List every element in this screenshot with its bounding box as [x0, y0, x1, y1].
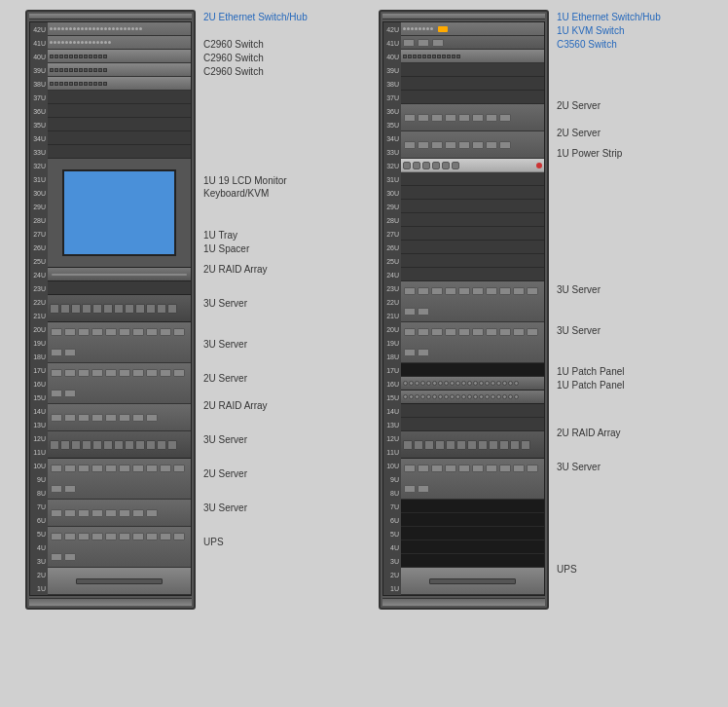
right-17u-empty	[401, 363, 544, 377]
right-rack-inner: 42U 41U	[382, 21, 545, 596]
rack-frame-bottom-right	[382, 598, 545, 606]
left-u41: 41U	[30, 36, 191, 50]
right-server-5-block: 10U 9U 8U	[383, 459, 544, 500]
right-label-3-7-space	[557, 487, 703, 555]
ports2	[50, 41, 111, 44]
right-u32: 32U	[383, 159, 544, 172]
server-left-3	[48, 404, 191, 431]
right-label-13-14-space	[557, 391, 703, 419]
left-label-17u: 3U Server	[203, 323, 349, 364]
label-text: 1U Spacer	[203, 242, 249, 255]
right-server-4-block: 20U 19U 18U	[383, 322, 544, 363]
label-text: 3U Server	[203, 502, 247, 514]
left-u42: 42U	[30, 22, 191, 36]
label-text: 3U Server	[557, 324, 601, 337]
right-label-37-39-space	[557, 51, 703, 92]
left-server-4-block: 10U 9U 8U	[30, 459, 191, 500]
right-u5: 5U	[383, 527, 544, 540]
right-u25: 25U	[383, 254, 544, 268]
left-server-1-block: 20U 19U 18U	[30, 322, 191, 363]
left-u40: 40U	[30, 50, 191, 63]
rack-frame-top-right	[382, 14, 545, 19]
left-u37: 37U	[30, 91, 191, 104]
right-u14: 14U	[383, 404, 544, 418]
ups-left	[48, 568, 191, 595]
label-text: C2960 Switch	[203, 52, 264, 64]
left-raid-1-block: 22U 21U	[30, 295, 191, 322]
left-rack-section: 42U 41U	[25, 10, 349, 610]
left-u38: 38U	[30, 77, 191, 91]
server-right-2	[401, 131, 544, 159]
right-label-20u: 3U Server	[557, 310, 703, 351]
right-u28: 28U	[383, 213, 544, 227]
right-rack-section: 42U 41U	[379, 10, 703, 610]
label-text: 1U Ethernet Switch/Hub	[557, 11, 661, 23]
label-text: 2U Server	[203, 372, 247, 385]
right-u6: 6U	[383, 513, 544, 527]
label-text: 2U Server	[557, 99, 601, 112]
right-label-24-31-space	[557, 160, 703, 269]
server-left-1	[48, 322, 191, 363]
label-text: 1U Power Strip	[557, 147, 622, 160]
left-u33: 33U	[30, 145, 191, 159]
right-label-23u: 3U Server	[557, 269, 703, 310]
label-text: UPS	[557, 563, 577, 576]
left-server-6-block: 5U 4U 3U	[30, 527, 191, 568]
raid-left-2	[48, 431, 191, 459]
ethernet-switch-left	[48, 22, 191, 36]
left-label-5u: 3U Server	[203, 487, 349, 528]
right-label-32u: 1U Power Strip	[557, 146, 703, 160]
right-server-3-block: 23U 22U 21U	[383, 281, 544, 322]
left-raid-2-block: 12U 11U	[30, 431, 191, 459]
label-text: 1U Tray	[203, 229, 237, 242]
left-label-2u: UPS	[203, 528, 349, 555]
label-text: 2U RAID Array	[557, 427, 621, 439]
server-right-4	[401, 322, 544, 363]
right-label-36u: 2U Server	[557, 92, 703, 119]
left-label-41u-space	[203, 23, 349, 37]
left-label-38u: C2960 Switch	[203, 64, 349, 78]
right-ups-block: 2U 1U	[383, 568, 544, 595]
label-text: 3U Server	[203, 338, 247, 351]
left-label-22u: 2U RAID Array	[203, 255, 349, 282]
label-text: 3U Server	[203, 297, 247, 310]
label-text: 1U KVM Switch	[557, 24, 624, 37]
label-text: C3560 Switch	[557, 38, 617, 51]
patch-panel-right-1	[401, 377, 544, 391]
left-label-39u: C2960 Switch	[203, 51, 349, 64]
right-u16: 16U	[383, 377, 544, 391]
right-u38: 38U	[383, 77, 544, 91]
c2960-left-2	[48, 63, 191, 77]
left-u39: 39U	[30, 63, 191, 77]
label-text: C2960 Switch	[203, 38, 264, 51]
c2960-left-3	[48, 77, 191, 91]
label-text: 1U Patch Panel	[557, 365, 625, 378]
left-label-panel: 2U Ethernet Switch/Hub C2960 Switch C296…	[203, 10, 349, 555]
right-label-40u: C3560 Switch	[557, 37, 703, 51]
lcd-screen	[62, 169, 177, 256]
server-right-5	[401, 459, 544, 500]
left-label-lcd: 1U 19 LCD MonitorKeyboard/KVM	[203, 146, 349, 228]
left-label-37-33-space	[203, 78, 349, 146]
right-u40: 40U	[383, 50, 544, 63]
label-40u-left: 40U	[30, 54, 48, 60]
server-left-2	[48, 363, 191, 404]
right-u3: 3U	[383, 554, 544, 568]
ups-right	[401, 568, 544, 595]
ethernet-switch-left-2	[48, 36, 191, 50]
left-label-42u: 2U Ethernet Switch/Hub	[203, 10, 349, 23]
left-label-14u: 2U Server	[203, 364, 349, 391]
raid-left-1	[48, 295, 191, 322]
right-label-2u: UPS	[557, 555, 703, 582]
left-label-10u: 3U Server	[203, 419, 349, 460]
label-text: 2U RAID Array	[203, 263, 268, 276]
raid-right	[401, 431, 544, 459]
label-text: 1U Patch Panel	[557, 379, 625, 391]
label-text: UPS	[203, 536, 224, 548]
left-u23: 23U	[30, 281, 191, 295]
rack-frame-bottom-left	[29, 598, 192, 606]
label-38u-left: 38U	[30, 81, 48, 88]
label-39u-left: 39U	[30, 67, 48, 74]
right-u30: 30U	[383, 186, 544, 200]
eth-switch-right	[401, 22, 544, 36]
